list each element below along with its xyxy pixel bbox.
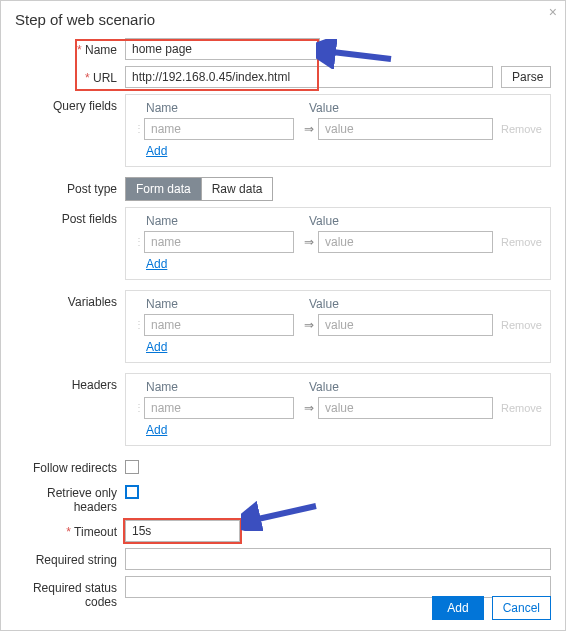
label-query-fields: Query fields	[15, 94, 125, 113]
row-headers: Headers Name Value ⋮⋮ ⇒ Remove	[15, 373, 551, 446]
post-type-raw-data[interactable]: Raw data	[201, 178, 273, 200]
kv-header: Name Value	[134, 214, 542, 228]
retrieve-only-headers-checkbox[interactable]	[125, 485, 139, 499]
drag-handle-icon[interactable]: ⋮⋮	[134, 238, 144, 246]
row-retrieve-only-headers: Retrieve only headers	[15, 481, 551, 514]
variable-name-input[interactable]	[144, 314, 294, 336]
row-query-fields: Query fields Name Value ⋮⋮ ⇒ Remove	[15, 94, 551, 167]
query-name-input[interactable]	[144, 118, 294, 140]
row-required-string: Required string	[15, 548, 551, 570]
col-header-name: Name	[134, 380, 289, 394]
remove-link[interactable]: Remove	[501, 236, 542, 248]
header-name-input[interactable]	[144, 397, 294, 419]
label-name: Name	[15, 38, 125, 57]
variable-value-input[interactable]	[318, 314, 493, 336]
query-value-input[interactable]	[318, 118, 493, 140]
post-fields-block: Name Value ⋮⋮ ⇒ Remove Add	[125, 207, 551, 280]
label-retrieve-only-headers: Retrieve only headers	[15, 481, 125, 514]
required-string-input[interactable]	[125, 548, 551, 570]
kv-row: ⋮⋮ ⇒ Remove	[134, 118, 542, 140]
add-variable-link[interactable]: Add	[146, 340, 167, 354]
drag-handle-icon[interactable]: ⋮⋮	[134, 125, 144, 133]
cancel-button[interactable]: Cancel	[492, 596, 551, 620]
kv-header: Name Value	[134, 297, 542, 311]
label-variables: Variables	[15, 290, 125, 309]
post-value-input[interactable]	[318, 231, 493, 253]
kv-header: Name Value	[134, 101, 542, 115]
headers-block: Name Value ⋮⋮ ⇒ Remove Add	[125, 373, 551, 446]
col-header-value: Value	[309, 101, 542, 115]
url-input[interactable]	[125, 66, 493, 88]
dialog-title: Step of web scenario	[1, 1, 565, 34]
drag-handle-icon[interactable]: ⋮⋮	[134, 321, 144, 329]
row-name: Name	[15, 38, 551, 60]
arrow-icon: ⇒	[300, 122, 318, 136]
label-headers: Headers	[15, 373, 125, 392]
form: Name URL Parse Query fields Name	[1, 34, 565, 609]
label-required-string: Required string	[15, 548, 125, 567]
label-post-type: Post type	[15, 177, 125, 196]
col-header-value: Value	[309, 380, 542, 394]
col-header-value: Value	[309, 214, 542, 228]
arrow-icon: ⇒	[300, 235, 318, 249]
label-post-fields: Post fields	[15, 207, 125, 226]
kv-row: ⋮⋮ ⇒ Remove	[134, 231, 542, 253]
col-header-value: Value	[309, 297, 542, 311]
name-input[interactable]	[125, 38, 320, 60]
kv-row: ⋮⋮ ⇒ Remove	[134, 314, 542, 336]
label-required-status-codes: Required status codes	[15, 576, 125, 609]
arrow-icon: ⇒	[300, 401, 318, 415]
row-timeout: Timeout	[15, 520, 551, 542]
row-url: URL Parse	[15, 66, 551, 88]
add-query-field-link[interactable]: Add	[146, 144, 167, 158]
label-url: URL	[15, 66, 125, 85]
col-header-name: Name	[134, 101, 289, 115]
timeout-input[interactable]	[125, 520, 240, 542]
follow-redirects-checkbox[interactable]	[125, 460, 139, 474]
row-post-type: Post type Form data Raw data	[15, 177, 551, 201]
dialog-footer: Add Cancel	[432, 596, 551, 620]
close-icon[interactable]: ×	[549, 4, 557, 20]
remove-link[interactable]: Remove	[501, 402, 542, 414]
query-fields-block: Name Value ⋮⋮ ⇒ Remove Add	[125, 94, 551, 167]
col-header-name: Name	[134, 297, 289, 311]
post-type-form-data[interactable]: Form data	[126, 178, 201, 200]
variables-block: Name Value ⋮⋮ ⇒ Remove Add	[125, 290, 551, 363]
remove-link[interactable]: Remove	[501, 123, 542, 135]
label-follow-redirects: Follow redirects	[15, 456, 125, 475]
parse-button[interactable]: Parse	[501, 66, 551, 88]
col-header-name: Name	[134, 214, 289, 228]
add-post-field-link[interactable]: Add	[146, 257, 167, 271]
row-variables: Variables Name Value ⋮⋮ ⇒ Remove	[15, 290, 551, 363]
row-follow-redirects: Follow redirects	[15, 456, 551, 475]
kv-row: ⋮⋮ ⇒ Remove	[134, 397, 542, 419]
arrow-icon: ⇒	[300, 318, 318, 332]
add-header-link[interactable]: Add	[146, 423, 167, 437]
drag-handle-icon[interactable]: ⋮⋮	[134, 404, 144, 412]
post-type-toggle: Form data Raw data	[125, 177, 273, 201]
remove-link[interactable]: Remove	[501, 319, 542, 331]
add-button[interactable]: Add	[432, 596, 483, 620]
header-value-input[interactable]	[318, 397, 493, 419]
step-dialog: × Step of web scenario Name URL Parse Qu…	[0, 0, 566, 631]
row-post-fields: Post fields Name Value ⋮⋮ ⇒ Remove	[15, 207, 551, 280]
post-name-input[interactable]	[144, 231, 294, 253]
required-status-codes-input[interactable]	[125, 576, 551, 598]
kv-header: Name Value	[134, 380, 542, 394]
label-timeout: Timeout	[15, 520, 125, 539]
